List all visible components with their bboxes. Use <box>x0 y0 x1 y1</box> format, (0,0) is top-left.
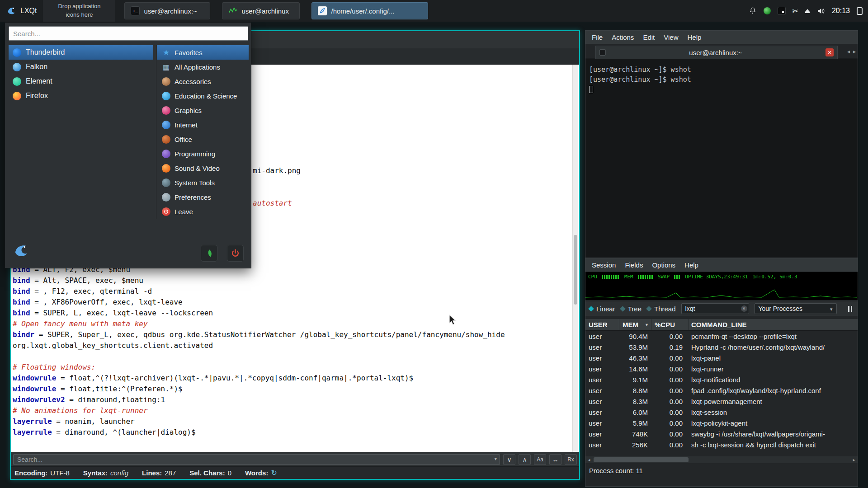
screenshot-tool-icon[interactable] <box>793 7 798 15</box>
process-cell-cmd: sh -c lxqt-session && hyprctl dispatch e… <box>689 441 858 449</box>
process-row[interactable]: user53.9M0.19Hyprland -c /home/user/.con… <box>585 342 858 352</box>
removable-media-icon[interactable] <box>805 9 810 13</box>
network-status-icon[interactable] <box>764 7 771 14</box>
process-row[interactable]: user5.9M0.00lxqt-policykit-agent <box>585 418 858 428</box>
menu-app-firefox[interactable]: Firefox <box>9 89 153 103</box>
view-mode-thread[interactable]: Thread <box>647 305 676 313</box>
whole-word-button[interactable] <box>549 454 561 465</box>
column-label: MEM <box>623 321 638 328</box>
code-line: # Floating windows: <box>13 362 573 373</box>
column-cpu[interactable]: %CPU <box>651 319 689 330</box>
terminal-tab[interactable]: user@archlinux:~ <box>595 46 838 59</box>
notification-bell-icon[interactable] <box>749 7 757 15</box>
system-tools-icon <box>162 178 170 187</box>
column-command-line[interactable]: COMMAND_LINE <box>689 319 858 330</box>
process-scope-dropdown[interactable]: Your Processes <box>755 303 837 314</box>
process-row[interactable]: user8.8M0.00fpad .config/lxqt/wayland/lx… <box>585 385 858 396</box>
volume-icon[interactable] <box>816 7 825 15</box>
tab-close-button[interactable] <box>826 48 834 56</box>
column-user[interactable]: USER <box>585 319 619 330</box>
refresh-icon[interactable] <box>271 469 277 477</box>
menu-view[interactable]: View <box>659 31 683 44</box>
quicklaunch-drop-area[interactable]: Drop application icons here <box>43 0 115 22</box>
process-count-status: Process count: 11 <box>589 467 643 474</box>
menu-app-thunderbird[interactable]: Thunderbird <box>9 45 153 60</box>
task-qps[interactable]: user@archlinux <box>222 2 300 19</box>
menu-help[interactable]: Help <box>680 258 703 272</box>
menu-options[interactable]: Options <box>647 258 680 272</box>
tab-scroll-right-icon[interactable] <box>853 48 856 55</box>
category-sound-video[interactable]: Sound & Video <box>157 161 249 175</box>
category-leave[interactable]: Leave <box>157 204 249 219</box>
process-row[interactable]: user256K0.00sh -c lxqt-session && hyprct… <box>585 439 858 450</box>
menu-lxqt-logo-button[interactable] <box>11 241 30 260</box>
process-row[interactable]: user9.1M0.00lxqt-notificationd <box>585 374 858 385</box>
menu-actions[interactable]: Actions <box>607 31 638 44</box>
process-cell-cpu: 0.00 <box>651 441 689 449</box>
regex-button[interactable] <box>565 454 577 465</box>
process-row[interactable]: user6.0M0.00lxqt-session <box>585 407 858 418</box>
category-all-applications[interactable]: All Applications <box>157 60 249 74</box>
process-row[interactable]: user14.6M0.00lxqt-runner <box>585 363 858 374</box>
find-next-button[interactable] <box>503 454 515 465</box>
clipboard-icon[interactable] <box>778 7 786 15</box>
display-icon[interactable] <box>857 7 863 15</box>
search-history-arrow-icon[interactable] <box>494 456 497 462</box>
match-case-button[interactable] <box>534 454 546 465</box>
menu-fields[interactable]: Fields <box>620 258 647 272</box>
pause-button[interactable] <box>848 306 854 312</box>
scrollbar-thumb[interactable] <box>574 235 577 305</box>
column-mem[interactable]: MEM <box>619 319 651 330</box>
view-mode-tree[interactable]: Tree <box>621 305 642 313</box>
process-row[interactable]: user8.3M0.00lxqt-powermanagement <box>585 396 858 407</box>
menu-search-input[interactable] <box>9 26 248 41</box>
scrollbar-thumb[interactable] <box>594 457 689 462</box>
category-education[interactable]: Education & Science <box>157 89 249 103</box>
power-button[interactable] <box>227 245 244 262</box>
category-label: System Tools <box>175 179 215 187</box>
menu-session[interactable]: Session <box>587 258 620 272</box>
process-row[interactable]: user90.4M0.00pcmanfm-qt --desktop --prof… <box>585 331 858 342</box>
swap-label: SWAP <box>658 274 670 280</box>
menu-edit[interactable]: Edit <box>638 31 659 44</box>
sound-video-icon <box>162 164 170 173</box>
task-qterminal[interactable]: user@archlinux:~ <box>124 2 210 19</box>
menu-help[interactable]: Help <box>683 31 706 44</box>
find-prev-button[interactable] <box>519 454 531 465</box>
category-programming[interactable]: Programming <box>157 146 249 161</box>
editor-search-input[interactable] <box>13 454 500 465</box>
category-favorites[interactable]: Favorites <box>157 45 249 60</box>
clear-filter-icon[interactable] <box>741 305 747 312</box>
process-row[interactable]: user748K0.00swaybg -i /usr/share/lxqt/wa… <box>585 428 858 439</box>
menu-app-falkon[interactable]: Falkon <box>9 60 153 74</box>
process-cell-mem: 90.4M <box>619 333 651 340</box>
terminal-cursor <box>589 86 593 93</box>
scroll-left-icon[interactable] <box>585 457 593 462</box>
view-mode-linear[interactable]: Linear <box>589 305 615 313</box>
category-graphics[interactable]: Graphics <box>157 103 249 117</box>
category-office[interactable]: Office <box>157 132 249 146</box>
editor-scrollbar[interactable] <box>572 65 578 452</box>
category-internet[interactable]: Internet <box>157 117 249 132</box>
process-cell-mem: 8.8M <box>619 387 651 394</box>
main-menu-button[interactable]: LXQt <box>0 0 43 22</box>
lock-screen-button[interactable] <box>201 245 217 262</box>
task-featherpad[interactable]: /home/user/.config/... <box>311 2 428 19</box>
scrollbar-track[interactable] <box>593 456 850 463</box>
menu-app-element[interactable]: Element <box>9 74 153 89</box>
clock[interactable]: 20:13 <box>832 7 850 15</box>
category-label: Programming <box>175 150 215 158</box>
terminal-output[interactable]: [user@archlinux ~]$ wshot [user@archlinu… <box>585 59 858 258</box>
process-filter-input[interactable] <box>681 303 749 314</box>
menu-file[interactable]: File <box>587 31 607 44</box>
category-preferences[interactable]: Preferences <box>157 190 249 204</box>
tab-scroll-left-icon[interactable] <box>847 48 850 55</box>
category-accessories[interactable]: Accessories <box>157 74 249 89</box>
category-system-tools[interactable]: System Tools <box>157 175 249 190</box>
qps-horizontal-scrollbar[interactable] <box>585 456 858 463</box>
scroll-right-icon[interactable] <box>850 457 858 462</box>
process-row[interactable]: user46.3M0.00lxqt-panel <box>585 352 858 363</box>
search-field-wrap <box>13 454 500 465</box>
qps-window: Session Fields Options Help CPU MEM SWAP… <box>585 258 858 487</box>
qps-toolbar: Linear Tree Thread Your Processes <box>585 301 858 316</box>
